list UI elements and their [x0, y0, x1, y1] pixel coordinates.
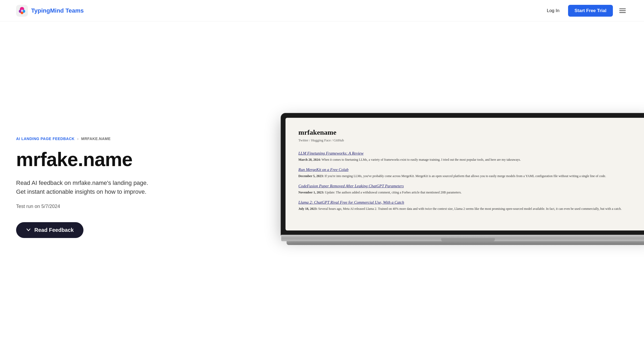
svg-point-4: [21, 12, 23, 14]
laptop-screen-wrapper: mrfakename Twitter / Hugging Face / GitH…: [281, 113, 644, 235]
page-meta: Test run on 5/7/2024: [16, 204, 299, 209]
laptop-foot: [287, 241, 644, 245]
screen-article-title-2[interactable]: CodeFusion Paper Removed After Leaking C…: [298, 184, 638, 188]
read-feedback-button[interactable]: Read Feedback: [16, 222, 83, 238]
laptop-base: [281, 235, 644, 241]
laptop: mrfakename Twitter / Hugging Face / GitH…: [281, 113, 644, 245]
hamburger-bar-1: [619, 9, 626, 9]
breadcrumb-parent[interactable]: AI LANDING PAGE FEEDBACK: [16, 137, 75, 141]
read-feedback-label: Read Feedback: [34, 227, 74, 233]
menu-button[interactable]: [617, 6, 628, 15]
screen-article-meta-1: December 5, 2023: If you're into merging…: [298, 174, 638, 178]
login-button[interactable]: Log In: [543, 6, 564, 16]
screen-article-2: CodeFusion Paper Removed After Leaking C…: [298, 184, 638, 195]
breadcrumb-separator: ›: [77, 137, 79, 141]
screen-article-meta-0: March 28, 2024: When it comes to finetun…: [298, 157, 638, 162]
screen-article-title-0[interactable]: LLM Finetuning Frameworks: A Review: [298, 151, 638, 156]
hamburger-bar-2: [619, 10, 626, 11]
svg-point-5: [21, 10, 23, 12]
hero-section: AI LANDING PAGE FEEDBACK › MRFAKE.NAME m…: [0, 21, 644, 337]
screen-article-title-3[interactable]: Llama 2: ChatGPT Rival Free for Commerci…: [298, 200, 638, 205]
page-title: mrfake.name: [16, 149, 299, 170]
logo-icon: [16, 5, 28, 17]
screen-article-meta-2: November 1, 2023: Update: The authors ad…: [298, 190, 638, 195]
logo-text: TypingMind Teams: [31, 7, 84, 14]
hero-content: AI LANDING PAGE FEEDBACK › MRFAKE.NAME m…: [16, 137, 310, 238]
screen-article-1: Run MergeKit on a Free Colab December 5,…: [298, 167, 638, 178]
arrow-down-icon: [26, 227, 31, 233]
laptop-screen: mrfakename Twitter / Hugging Face / GitH…: [286, 118, 644, 230]
screen-article-3: Llama 2: ChatGPT Rival Free for Commerci…: [298, 200, 638, 211]
screen-article-meta-3: July 18, 2023: Several hours ago, Meta A…: [298, 206, 638, 211]
breadcrumb-current: MRFAKE.NAME: [81, 137, 111, 141]
logo: TypingMind Teams: [16, 5, 84, 17]
trial-button[interactable]: Start Free Trial: [568, 5, 613, 17]
page-description: Read AI feedback on mrfake.name's landin…: [16, 178, 156, 196]
screen-article-title-1[interactable]: Run MergeKit on a Free Colab: [298, 167, 638, 172]
breadcrumb: AI LANDING PAGE FEEDBACK › MRFAKE.NAME: [16, 137, 299, 141]
laptop-mockup: mrfakename Twitter / Hugging Face / GitH…: [281, 113, 644, 245]
hamburger-bar-3: [619, 12, 626, 13]
nav-actions: Log In Start Free Trial: [543, 5, 628, 17]
screen-site-name: mrfakename: [298, 129, 638, 137]
screen-site-links: Twitter / Hugging Face / GitHub: [298, 138, 638, 142]
screen-article-0: LLM Finetuning Frameworks: A Review Marc…: [298, 151, 638, 162]
navbar: TypingMind Teams Log In Start Free Trial: [0, 0, 644, 21]
